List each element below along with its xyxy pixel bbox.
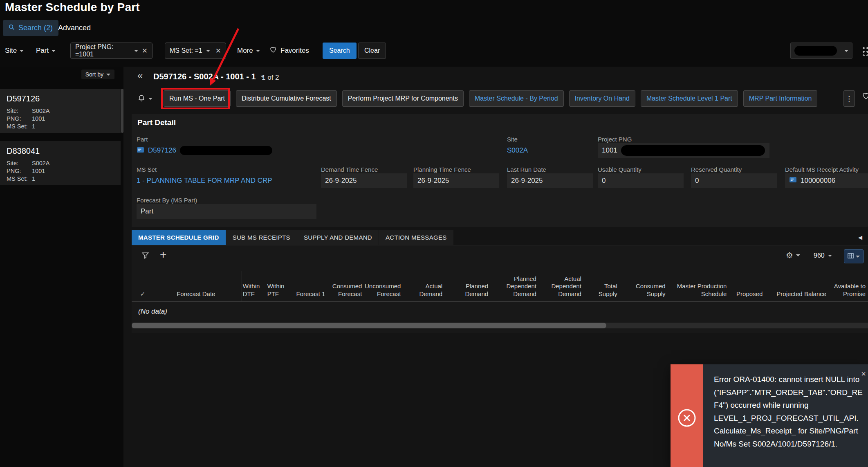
tab-supply-and-demand[interactable]: SUPPLY AND DEMAND [297,230,379,245]
collapse-sidebar-icon[interactable]: « [137,70,143,81]
toast-severity-stripe [671,364,703,467]
ms-set-field-value: 1 - PLANNING TABLE FOR MRP AND CRP [137,173,272,188]
master-schedule-level1-part-link[interactable]: Master Schedule Level 1 Part [641,90,738,107]
app-grid-menu-icon[interactable] [861,46,868,56]
column-header[interactable]: Available to Promise [829,271,868,301]
scrollbar-thumb[interactable] [132,323,606,328]
part-detail-card: Part Detail Part D597126 Site S002A Proj… [132,114,868,227]
tab-scroll-left-icon[interactable]: ◀ [858,234,862,240]
reserved-quantity-value: 0 [695,177,699,185]
chip-label: Project PNG: =1001 [75,43,130,58]
column-header[interactable]: Unconsumed Forecast [364,271,403,301]
part-link[interactable]: D597126 [148,146,176,155]
list-item[interactable]: D597126 Site:S002A PNG:1001 MS Set:1 [0,89,121,133]
column-header[interactable]: Within PTF [267,271,295,301]
grid-page-size-dropdown[interactable]: 960 [814,252,832,259]
search-button[interactable]: Search [323,43,357,59]
redacted-value [621,145,765,156]
tab-advanced[interactable]: Advanced [58,20,91,36]
toast-close-icon[interactable]: × [861,369,866,379]
chevron-down-icon [256,50,260,52]
last-run-date-field[interactable]: 26-9-2025 [507,173,593,188]
favorite-record-icon[interactable] [862,92,868,102]
column-header[interactable]: Consumed Supply [620,271,668,301]
distribute-cumulative-forecast-button[interactable]: Distribute Cumulative Forecast [236,90,337,107]
chevron-down-icon [106,74,110,76]
favorites-label: Favorites [280,47,309,55]
default-ms-receipt-activity-value: 100000006 [801,177,835,185]
clear-button[interactable]: Clear [358,43,386,59]
inventory-on-hand-link[interactable]: Inventory On Hand [569,90,635,107]
usable-quantity-label: Usable Quantity [598,166,641,173]
column-header[interactable]: Within DTF [242,271,267,301]
part-field-label: Part [137,136,148,143]
list-item-site-label: Site: [7,107,32,115]
mrp-part-information-link[interactable]: MRP Part Information [743,90,818,107]
list-item-title: D597126 [7,94,114,103]
ms-set-link[interactable]: 1 - PLANNING TABLE FOR MRP AND CRP [137,177,272,185]
grid-view-mode-button[interactable] [844,249,864,263]
page-title: Master Schedule by Part [5,1,140,14]
last-run-date-label: Last Run Date [507,166,546,173]
notify-settings-button[interactable] [137,94,153,103]
demand-time-fence-field[interactable]: 26-9-2025 [321,173,407,188]
chevron-down-icon [148,98,153,100]
filter-dropdown-site[interactable]: Site [5,43,24,59]
horizontal-scrollbar[interactable] [132,323,868,328]
ms-set-field-label: MS Set [137,166,157,173]
list-item[interactable]: D838041 Site:S002A PNG:1001 MS Set:1 [0,141,121,185]
filter-dropdown-part[interactable]: Part [36,43,56,59]
saved-search-combobox[interactable] [790,43,852,59]
planning-time-fence-field[interactable]: 26-9-2025 [413,173,499,188]
column-header[interactable]: Master Production Schedule [668,271,729,301]
tab-action-messages[interactable]: ACTION MESSAGES [379,230,454,245]
more-options-kebab-icon[interactable]: ⋮ [843,90,855,107]
filter-dropdown-more[interactable]: More [237,43,260,59]
search-icon [9,24,15,32]
select-all-checkmark[interactable]: ✓ [135,271,152,301]
redacted-value [794,46,837,56]
grid-filter-icon[interactable] [141,251,149,261]
chip-remove-icon[interactable]: ✕ [142,47,148,55]
column-header[interactable]: Forecast 1 [295,271,328,301]
tab-search[interactable]: Search (2) [3,20,58,36]
perform-project-mrp-button[interactable]: Perform Project MRP for Components [342,90,464,107]
forecast-by-field[interactable]: Part [137,204,316,219]
reserved-quantity-field[interactable]: 0 [691,173,777,188]
tab-sub-ms-receipts[interactable]: SUB MS RECEIPTS [226,230,297,245]
demand-time-fence-label: Demand Time Fence [321,166,378,173]
chevron-down-icon [134,50,138,52]
site-link[interactable]: S002A [507,146,528,155]
grid-add-row-icon[interactable]: + [160,248,166,261]
list-item-title: D838041 [7,146,114,156]
heart-icon [269,46,277,56]
tab-master-schedule-grid[interactable]: MASTER SCHEDULE GRID [132,230,226,245]
column-header[interactable]: Actual Demand [403,271,445,301]
usable-quantity-field[interactable]: 0 [598,173,684,188]
grid-settings-button[interactable]: ⚙ [786,250,800,260]
list-item-png-value: 1001 [32,167,45,175]
column-header[interactable]: Consumed Forecast [327,271,364,301]
chevron-down-icon [828,255,832,257]
sort-by-button[interactable]: Sort by [81,70,114,79]
master-schedule-by-period-link[interactable]: Master Schedule - By Period [469,90,564,107]
list-item-site-label: Site: [7,159,32,167]
run-ms-one-part-button[interactable]: Run MS - One Part [164,90,231,107]
column-header[interactable]: Planned Demand [445,271,491,301]
favorites-button[interactable]: Favorites [269,43,309,59]
default-ms-receipt-activity-field[interactable]: 100000006 [785,173,868,188]
list-item-png-label: PNG: [7,115,32,123]
column-header[interactable]: Proposed [729,271,765,301]
filter-chip-project-png[interactable]: Project PNG: =1001 ✕ [70,43,153,59]
chip-remove-icon[interactable]: ✕ [215,47,221,55]
column-header[interactable]: Total Supply [584,271,620,301]
column-header[interactable]: Forecast Date [152,271,242,301]
column-header[interactable]: Projected Balance [765,271,829,301]
site-field-label: Site [507,136,518,143]
project-png-field-value[interactable]: 1001 [598,143,769,158]
column-header[interactable]: Planned Dependent Demand [491,271,539,301]
command-bar: Run MS - One Part Distribute Cumulative … [137,90,817,107]
record-title-dropdown[interactable]: D597126 - S002A - 1001 - 1 [153,72,265,81]
column-header[interactable]: Actual Dependent Demand [539,271,584,301]
filter-chip-ms-set[interactable]: MS Set: =1 ✕ [165,43,226,59]
